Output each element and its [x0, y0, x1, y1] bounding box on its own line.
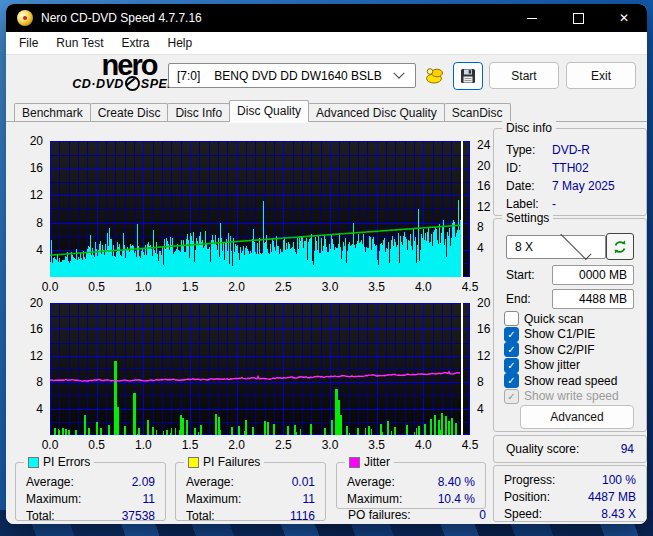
pif-average-value: 0.01	[292, 475, 315, 489]
checkbox-box-quick-scan	[504, 311, 519, 326]
tick-label: 8	[477, 221, 484, 233]
pif-average-row: Average:0.01	[176, 473, 325, 490]
checkbox-show-jitter[interactable]: ✓Show jitter	[504, 358, 640, 374]
progress-value: 100 %	[602, 473, 636, 487]
jitter-legend-chip	[349, 457, 360, 468]
jitter-title: Jitter	[345, 455, 394, 469]
chevron-down-icon	[393, 67, 404, 78]
pif-average-label: Average:	[186, 475, 234, 489]
tick-label: 16	[30, 323, 43, 335]
speed-row: Speed:8.43 X	[494, 505, 646, 522]
start-button[interactable]: Start	[489, 62, 559, 89]
disc-type-label: Type:	[506, 143, 552, 157]
tick-label: 16	[477, 180, 490, 192]
tick-label: 4	[36, 403, 43, 415]
checkbox-label-show-c1-pie: Show C1/PIE	[524, 327, 595, 341]
tick-label: 2.5	[275, 439, 292, 451]
disc-info-group: Disc info Type:DVD-R ID:TTH02 Date:7 May…	[493, 128, 647, 216]
logo-cddvd: CD·DVD	[72, 77, 124, 91]
quality-score-label: Quality score:	[506, 442, 579, 456]
speed-value: 8.43 X	[601, 507, 636, 521]
tab-benchmark[interactable]: Benchmark	[14, 103, 91, 122]
checkbox-box-show-read-speed: ✓	[504, 373, 519, 388]
pif-maximum-value: 11	[303, 492, 315, 506]
checkbox-show-c2-pif[interactable]: ✓Show C2/PIF	[504, 342, 640, 358]
menu-help[interactable]: Help	[159, 32, 202, 54]
tab-advanced-disc-quality[interactable]: Advanced Disc Quality	[308, 103, 445, 122]
hand-tool-button[interactable]	[420, 62, 448, 88]
toolbar: nero CD·DVD SPEED [7:0] BENQ DVD DD DW16…	[6, 55, 647, 100]
tick-label: 12	[30, 350, 43, 362]
pif-maximum-label: Maximum:	[186, 492, 241, 506]
tick-label: 4.0	[415, 281, 432, 293]
tick-label: 1.0	[135, 439, 152, 451]
maximize-button[interactable]	[555, 4, 601, 32]
tab-create-disc[interactable]: Create Disc	[90, 103, 169, 122]
jitter-maximum-label: Maximum:	[347, 492, 402, 506]
tick-label: 2.0	[228, 439, 245, 451]
checkbox-show-read-speed[interactable]: ✓Show read speed	[504, 373, 640, 389]
advanced-button[interactable]: Advanced	[520, 405, 634, 429]
position-value: 4487 MB	[588, 490, 636, 504]
checkbox-box-show-write-speed: ✓	[504, 389, 519, 404]
start-position-field[interactable]: 0000 MB	[552, 265, 634, 285]
tab-disc-quality[interactable]: Disc Quality	[229, 100, 309, 122]
pi-errors-box: PI Errors Average:2.09 Maximum:11 Total:…	[15, 462, 166, 521]
pie-average-value: 2.09	[132, 475, 155, 489]
checkbox-label-show-c2-pif: Show C2/PIF	[524, 343, 595, 357]
titlebar: Nero CD-DVD Speed 4.7.7.16 ✕	[6, 4, 647, 32]
pie-average-label: Average:	[26, 475, 74, 489]
menu-file[interactable]: File	[10, 32, 47, 54]
app-window: Nero CD-DVD Speed 4.7.7.16 ✕ File Run Te…	[6, 4, 647, 524]
checkbox-show-c1-pie[interactable]: ✓Show C1/PIE	[504, 327, 640, 343]
tick-label: 12	[477, 201, 490, 213]
drive-id: [7:0]	[177, 69, 200, 83]
position-label: Position:	[504, 490, 550, 504]
save-button[interactable]	[453, 62, 483, 90]
tick-label: 8	[477, 376, 484, 388]
tick-label: 8	[36, 217, 43, 229]
tick-label: 24	[477, 139, 490, 151]
pie-maximum-value: 11	[143, 492, 155, 506]
pi-errors-title: PI Errors	[24, 455, 94, 469]
scan-speed-select[interactable]: 8 X	[506, 235, 606, 259]
pie-total-label: Total:	[26, 509, 55, 523]
tick-label: 2.5	[275, 281, 292, 293]
tab-scandisc[interactable]: ScanDisc	[444, 103, 511, 122]
end-position-field[interactable]: 4488 MB	[552, 289, 634, 309]
pi-errors-legend-chip	[28, 457, 39, 468]
refresh-icon	[612, 239, 628, 255]
jitter-average-label: Average:	[347, 475, 395, 489]
save-floppy-icon	[460, 68, 476, 84]
settings-group: Settings 8 X Start: 0000 MB End: 4488 MB…	[493, 218, 647, 432]
tick-label: 0.0	[42, 281, 59, 293]
disc-label-value: -	[552, 197, 556, 211]
disc-type-row: Type:DVD-R	[494, 141, 646, 159]
jitter-box: Jitter Average:8.40 % Maximum:10.4 %	[336, 462, 486, 509]
po-failures-value: 0	[479, 508, 486, 522]
minimize-button[interactable]	[509, 4, 555, 32]
tabstrip: Benchmark Create Disc Disc Info Disc Qua…	[6, 100, 647, 122]
tab-disc-info[interactable]: Disc Info	[167, 103, 230, 122]
window-title: Nero CD-DVD Speed 4.7.7.16	[41, 11, 509, 25]
tick-label: 3.0	[322, 281, 339, 293]
drive-selector[interactable]: [7:0] BENQ DVD DD DW1640 BSLB	[168, 63, 416, 88]
tick-label: 4	[36, 244, 43, 256]
disc-id-value: TTH02	[552, 161, 589, 175]
close-button[interactable]: ✕	[601, 4, 647, 32]
settings-checkboxes: Quick scan✓Show C1/PIE✓Show C2/PIF✓Show …	[504, 311, 640, 404]
tick-label: 4	[477, 242, 484, 254]
checkbox-quick-scan[interactable]: Quick scan	[504, 311, 640, 327]
desktop-wallpaper: { "window": { "title": "Nero CD-DVD Spee…	[0, 0, 653, 536]
tick-label: 12	[30, 189, 43, 201]
quality-score-box: Quality score: 94	[493, 435, 647, 463]
hand-tool-icon	[424, 66, 444, 84]
progress-label: Progress:	[504, 473, 555, 487]
checkbox-label-show-read-speed: Show read speed	[524, 374, 617, 388]
scan-speed-value: 8 X	[515, 240, 550, 254]
exit-button[interactable]: Exit	[566, 62, 636, 89]
refresh-button[interactable]	[606, 233, 634, 260]
speed-label: Speed:	[504, 507, 542, 521]
start-position-label: Start:	[506, 268, 535, 282]
pi-failures-title: PI Failures	[184, 455, 264, 469]
